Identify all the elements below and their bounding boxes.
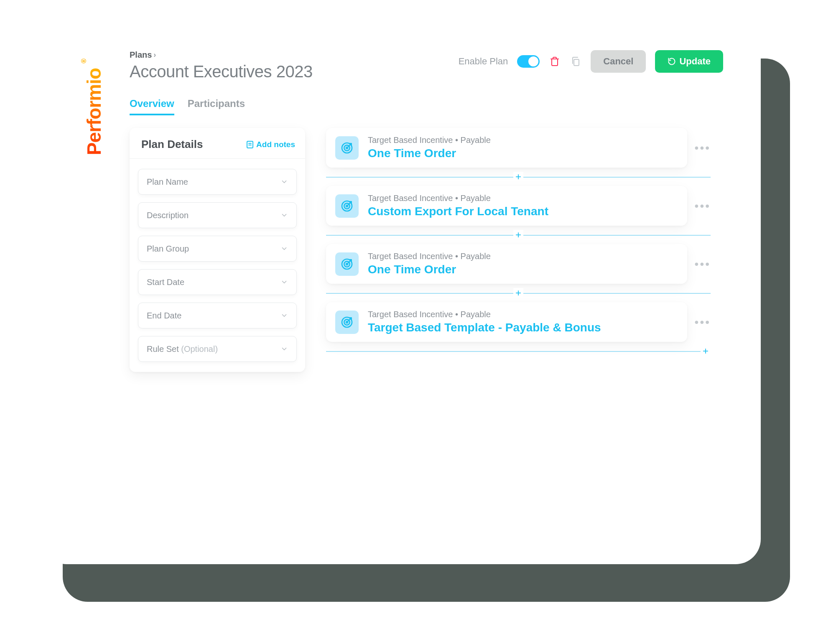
tab-participants[interactable]: Participants	[188, 98, 245, 115]
target-icon	[335, 311, 359, 334]
incentives-column: Target Based Incentive • Payable One Tim…	[326, 128, 723, 360]
header-actions: Enable Plan Cancel	[459, 50, 723, 73]
refresh-icon	[668, 57, 676, 66]
page-title: Account Executives 2023	[130, 62, 313, 81]
chevron-down-icon	[280, 245, 288, 252]
svg-rect-0	[574, 59, 579, 66]
incentive-card[interactable]: Target Based Incentive • Payable One Tim…	[326, 128, 687, 168]
plus-icon[interactable]: +	[513, 230, 523, 240]
field-plan-group[interactable]: Plan Group	[138, 236, 297, 262]
incentive-card[interactable]: Target Based Incentive • Payable One Tim…	[326, 244, 687, 284]
tabs: Overview Participants	[130, 98, 723, 115]
target-icon	[335, 194, 359, 218]
svg-point-6	[346, 147, 348, 149]
cancel-button[interactable]: Cancel	[591, 50, 646, 73]
incentive-meta: Target Based Incentive • Payable	[368, 252, 491, 261]
field-rule-set[interactable]: Rule Set (Optional)	[138, 336, 297, 362]
add-divider: +	[326, 285, 711, 300]
add-notes-button[interactable]: Add notes	[246, 140, 295, 149]
add-notes-label: Add notes	[256, 140, 295, 149]
enable-plan-toggle[interactable]	[517, 55, 540, 68]
chevron-down-icon	[280, 345, 288, 353]
field-description[interactable]: Description	[138, 202, 297, 228]
incentive-item: Target Based Incentive • Payable Target …	[326, 302, 711, 342]
note-icon	[246, 140, 254, 149]
incentive-item: Target Based Incentive • Payable Custom …	[326, 186, 711, 226]
chevron-down-icon	[280, 278, 288, 286]
incentive-text: Target Based Incentive • Payable One Tim…	[368, 252, 491, 276]
chevron-down-icon	[280, 211, 288, 219]
card-menu-button[interactable]: •••	[695, 257, 711, 271]
field-start-date[interactable]: Start Date	[138, 269, 297, 295]
breadcrumb[interactable]: Plans ›	[130, 50, 313, 60]
incentive-item: Target Based Incentive • Payable One Tim…	[326, 128, 711, 168]
add-divider: +	[326, 344, 711, 359]
trash-icon	[550, 56, 559, 66]
logo-column: Performio	[67, 50, 121, 539]
incentive-title: Target Based Template - Payable & Bonus	[368, 321, 601, 334]
header: Plans › Account Executives 2023 Enable P…	[130, 50, 723, 81]
chevron-down-icon	[280, 178, 288, 186]
duplicate-button[interactable]	[570, 56, 581, 67]
enable-plan-label: Enable Plan	[459, 56, 508, 67]
add-divider: +	[326, 227, 711, 242]
incentive-meta: Target Based Incentive • Payable	[368, 193, 548, 203]
incentive-text: Target Based Incentive • Payable Custom …	[368, 193, 548, 218]
incentive-card[interactable]: Target Based Incentive • Payable Target …	[326, 302, 687, 342]
incentive-meta: Target Based Incentive • Payable	[368, 135, 491, 145]
content: Plan Details Add notes Plan Name Des	[130, 128, 723, 372]
main-column: Plans › Account Executives 2023 Enable P…	[121, 50, 723, 539]
copy-icon	[571, 56, 580, 66]
svg-point-9	[346, 205, 348, 207]
field-label: Plan Name	[147, 177, 188, 187]
incentive-text: Target Based Incentive • Payable Target …	[368, 310, 601, 334]
brand-logo: Performio	[83, 68, 105, 155]
incentive-card[interactable]: Target Based Incentive • Payable Custom …	[326, 186, 687, 226]
field-label: Plan Group	[147, 244, 189, 254]
app-window: Performio Plans › Account Executives 202…	[42, 25, 761, 564]
incentive-meta: Target Based Incentive • Payable	[368, 310, 601, 319]
plus-icon[interactable]: +	[513, 172, 523, 182]
add-divider: +	[326, 169, 711, 184]
breadcrumb-root: Plans	[130, 50, 152, 60]
tab-overview[interactable]: Overview	[130, 98, 174, 115]
card-menu-button[interactable]: •••	[695, 316, 711, 329]
field-end-date[interactable]: End Date	[138, 303, 297, 328]
panel-title: Plan Details	[141, 138, 203, 151]
target-icon	[335, 252, 359, 276]
field-plan-name[interactable]: Plan Name	[138, 169, 297, 195]
svg-point-15	[346, 321, 348, 323]
cancel-button-label: Cancel	[603, 56, 633, 67]
card-menu-button[interactable]: •••	[695, 141, 711, 155]
chevron-down-icon	[280, 312, 288, 319]
fields: Plan Name Description Plan Group Start D…	[130, 159, 305, 362]
target-icon	[335, 136, 359, 160]
svg-point-12	[346, 263, 348, 265]
title-block: Plans › Account Executives 2023	[130, 50, 313, 81]
card-menu-button[interactable]: •••	[695, 199, 711, 213]
incentive-title: One Time Order	[368, 263, 491, 276]
plan-details-panel: Plan Details Add notes Plan Name Des	[130, 128, 305, 372]
field-label: Description	[147, 211, 189, 220]
field-label: End Date	[147, 311, 181, 321]
incentive-text: Target Based Incentive • Payable One Tim…	[368, 135, 491, 160]
plus-icon[interactable]: +	[513, 288, 523, 298]
update-button[interactable]: Update	[655, 50, 723, 73]
chevron-right-icon: ›	[153, 51, 156, 59]
delete-button[interactable]	[549, 56, 561, 67]
panel-header: Plan Details Add notes	[130, 128, 305, 159]
toggle-knob	[528, 56, 538, 66]
plus-icon[interactable]: +	[701, 346, 711, 356]
incentive-title: One Time Order	[368, 147, 491, 160]
incentive-title: Custom Export For Local Tenant	[368, 205, 548, 218]
field-label: Start Date	[147, 277, 184, 287]
field-label: Rule Set (Optional)	[147, 344, 218, 354]
incentive-item: Target Based Incentive • Payable One Tim…	[326, 244, 711, 284]
update-button-label: Update	[679, 56, 711, 67]
